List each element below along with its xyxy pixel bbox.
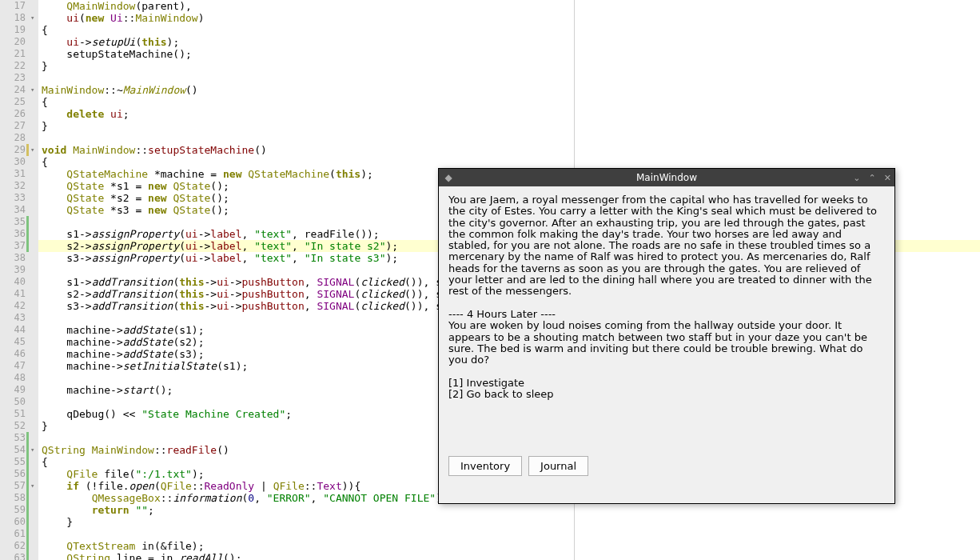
code-line[interactable]: machine->addState(s1); [42,324,205,336]
line-number: 24 [0,84,26,96]
change-marker [26,492,29,504]
line-number: 40 [0,276,26,288]
code-line[interactable]: QState *s3 = new QState(); [42,204,229,216]
line-number: 42 [0,300,26,312]
line-number: 59 [0,504,26,516]
line-number: 48 [0,372,26,384]
line-number: 38 [0,252,26,264]
code-line[interactable]: return ""; [42,504,154,516]
window-title: MainWindow [439,172,894,183]
inventory-button[interactable]: Inventory [448,456,522,476]
titlebar[interactable]: ◆ MainWindow ⌄ ⌃ ✕ [439,169,894,186]
line-number: 26 [0,108,26,120]
fold-toggle-icon[interactable]: ▾ [30,482,37,489]
code-line[interactable]: } [42,120,48,132]
code-line[interactable]: s2->assignProperty(ui->label, "text", "I… [42,240,398,252]
line-number: 56 [0,468,26,480]
line-number: 62 [0,540,26,552]
change-marker [26,540,29,552]
line-number: 57 [0,480,26,492]
code-line[interactable]: QState *s1 = new QState(); [42,180,229,192]
code-line[interactable]: s1->assignProperty(ui->label, "text", re… [42,228,380,240]
code-line[interactable]: } [42,420,48,432]
code-line[interactable]: QState *s2 = new QState(); [42,192,229,204]
line-number: 55 [0,456,26,468]
line-number: 45 [0,336,26,348]
line-number: 58 [0,492,26,504]
story-text: You are Jaem, a royal messenger from the… [448,194,885,400]
line-number: 29 [0,144,26,156]
change-marker [26,504,29,516]
code-line[interactable]: ui(new Ui::MainWindow) [42,12,205,24]
line-number: 21 [0,48,26,60]
change-marker [26,480,29,492]
code-line[interactable]: machine->start(); [42,384,173,396]
line-number: 51 [0,408,26,420]
line-number: 39 [0,264,26,276]
change-marker [26,456,29,468]
code-line[interactable]: setupStateMachine(); [42,48,192,60]
code-line[interactable]: void MainWindow::setupStateMachine() [42,144,267,156]
line-number: 50 [0,396,26,408]
code-line[interactable]: QMainWindow(parent), [42,0,192,12]
line-number: 52 [0,420,26,432]
line-number: 47 [0,360,26,372]
code-line[interactable]: { [42,24,48,36]
code-line[interactable]: QStateMachine *machine = new QStateMachi… [42,168,373,180]
code-line[interactable]: { [42,96,48,108]
code-line[interactable]: } [42,60,48,72]
code-line[interactable]: machine->addState(s2); [42,336,205,348]
code-line[interactable]: s3->addTransition(this->ui->pushButton, … [42,300,460,312]
line-number: 20 [0,36,26,48]
code-line[interactable]: } [42,516,73,528]
code-line[interactable]: if (!file.open(QFile::ReadOnly | QFile::… [42,480,361,492]
line-number: 46 [0,348,26,360]
code-line[interactable]: QTextStream in(&file); [42,540,205,552]
line-number: 36 [0,228,26,240]
line-number: 19 [0,24,26,36]
change-marker [26,432,29,444]
maximize-icon[interactable]: ⌃ [867,173,878,183]
line-number: 22 [0,60,26,72]
app-icon: ◆ [442,171,455,184]
fold-toggle-icon[interactable]: ▾ [30,14,37,21]
journal-button[interactable]: Journal [528,456,588,476]
line-number: 54 [0,444,26,456]
fold-toggle-icon[interactable]: ▾ [30,86,37,93]
line-number: 28 [0,132,26,144]
code-line[interactable]: s1->addTransition(this->ui->pushButton, … [42,276,460,288]
code-line[interactable]: QFile file(":/1.txt"); [42,468,205,480]
line-number: 18 [0,12,26,24]
change-marker [26,216,29,228]
line-number: 49 [0,384,26,396]
line-number: 25 [0,96,26,108]
close-icon[interactable]: ✕ [882,173,893,183]
game-body: You are Jaem, a royal messenger from the… [439,186,894,487]
fold-toggle-icon[interactable]: ▾ [30,446,37,453]
code-line[interactable]: { [42,156,48,168]
code-line[interactable]: qDebug() << "State Machine Created"; [42,408,292,420]
change-marker [26,240,29,252]
code-line[interactable]: ui->setupUi(this); [42,36,179,48]
code-line[interactable]: delete ui; [42,108,129,120]
code-line[interactable]: QString MainWindow::readFile() [42,444,229,456]
line-number: 53 [0,432,26,444]
code-line[interactable]: MainWindow::~MainWindow() [42,84,198,96]
code-line[interactable]: machine->setInitialState(s1); [42,360,248,372]
line-number: 60 [0,516,26,528]
line-number: 17 [0,0,26,12]
line-number: 35 [0,216,26,228]
code-line[interactable]: QMessageBox::information(0, "ERROR", "CA… [42,492,448,504]
minimize-icon[interactable]: ⌄ [851,173,862,183]
line-number: 23 [0,72,26,84]
code-line[interactable]: QString line = in.readAll(); [42,552,241,560]
game-window[interactable]: ◆ MainWindow ⌄ ⌃ ✕ You are Jaem, a royal… [438,168,895,504]
code-line[interactable]: s3->assignProperty(ui->label, "text", "I… [42,252,398,264]
line-number: 31 [0,168,26,180]
code-line[interactable]: s2->addTransition(this->ui->pushButton, … [42,288,460,300]
code-line[interactable]: machine->addState(s3); [42,348,205,360]
code-line[interactable]: { [42,456,48,468]
fold-toggle-icon[interactable]: ▾ [30,146,37,153]
change-marker [26,516,29,528]
line-number: 43 [0,312,26,324]
